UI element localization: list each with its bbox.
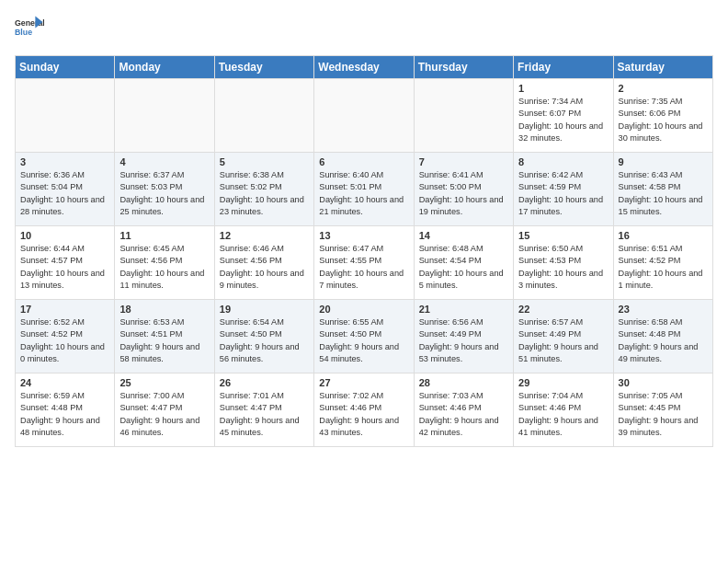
day-number: 29 — [518, 377, 608, 388]
week-row-3: 10Sunrise: 6:44 AMSunset: 4:57 PMDayligh… — [16, 226, 713, 300]
day-number: 18 — [119, 304, 209, 315]
page-header: General Blue — [15, 15, 713, 44]
calendar-cell: 28Sunrise: 7:03 AMSunset: 4:46 PMDayligh… — [414, 373, 513, 447]
day-info: Sunrise: 6:46 AMSunset: 4:56 PMDaylight:… — [220, 243, 309, 292]
calendar-cell: 8Sunrise: 6:42 AMSunset: 4:59 PMDaylight… — [514, 153, 613, 226]
calendar-cell: 25Sunrise: 7:00 AMSunset: 4:47 PMDayligh… — [115, 373, 214, 447]
weekday-header-saturday: Saturday — [613, 56, 712, 79]
calendar-cell: 27Sunrise: 7:02 AMSunset: 4:46 PMDayligh… — [314, 373, 414, 447]
day-info: Sunrise: 7:01 AMSunset: 4:47 PMDaylight:… — [220, 390, 309, 439]
day-info: Sunrise: 6:44 AMSunset: 4:57 PMDaylight:… — [20, 243, 109, 292]
day-info: Sunrise: 7:04 AMSunset: 4:46 PMDaylight:… — [518, 390, 608, 439]
calendar-cell: 18Sunrise: 6:53 AMSunset: 4:51 PMDayligh… — [115, 300, 214, 373]
day-number: 13 — [319, 230, 408, 241]
day-info: Sunrise: 6:53 AMSunset: 4:51 PMDaylight:… — [119, 316, 209, 365]
week-row-5: 24Sunrise: 6:59 AMSunset: 4:48 PMDayligh… — [16, 373, 713, 447]
day-info: Sunrise: 6:38 AMSunset: 5:02 PMDaylight:… — [220, 169, 309, 218]
calendar-cell: 21Sunrise: 6:56 AMSunset: 4:49 PMDayligh… — [414, 300, 513, 373]
week-row-2: 3Sunrise: 6:36 AMSunset: 5:04 PMDaylight… — [16, 153, 713, 226]
calendar-cell: 3Sunrise: 6:36 AMSunset: 5:04 PMDaylight… — [16, 153, 115, 226]
day-number: 5 — [220, 156, 309, 167]
day-number: 7 — [419, 156, 508, 167]
day-info: Sunrise: 6:59 AMSunset: 4:48 PMDaylight:… — [20, 390, 109, 439]
day-number: 16 — [619, 230, 708, 241]
calendar-cell: 20Sunrise: 6:55 AMSunset: 4:50 PMDayligh… — [314, 300, 414, 373]
calendar-cell: 16Sunrise: 6:51 AMSunset: 4:52 PMDayligh… — [613, 226, 712, 300]
day-number: 15 — [518, 230, 608, 241]
day-info: Sunrise: 6:50 AMSunset: 4:53 PMDaylight:… — [518, 243, 608, 292]
day-number: 2 — [619, 83, 708, 94]
calendar-cell: 19Sunrise: 6:54 AMSunset: 4:50 PMDayligh… — [214, 300, 313, 373]
day-info: Sunrise: 6:56 AMSunset: 4:49 PMDaylight:… — [419, 316, 508, 365]
week-row-1: 1Sunrise: 7:34 AMSunset: 6:07 PMDaylight… — [16, 79, 713, 153]
calendar-cell: 4Sunrise: 6:37 AMSunset: 5:03 PMDaylight… — [115, 153, 214, 226]
day-number: 17 — [20, 304, 109, 315]
calendar-cell: 5Sunrise: 6:38 AMSunset: 5:02 PMDaylight… — [214, 153, 313, 226]
calendar-cell: 26Sunrise: 7:01 AMSunset: 4:47 PMDayligh… — [214, 373, 313, 447]
calendar-cell: 11Sunrise: 6:45 AMSunset: 4:56 PMDayligh… — [115, 226, 214, 300]
calendar-cell: 22Sunrise: 6:57 AMSunset: 4:49 PMDayligh… — [514, 300, 613, 373]
day-info: Sunrise: 6:51 AMSunset: 4:52 PMDaylight:… — [619, 243, 708, 292]
day-number: 24 — [20, 377, 109, 388]
svg-text:Blue: Blue — [15, 28, 32, 37]
calendar-cell: 29Sunrise: 7:04 AMSunset: 4:46 PMDayligh… — [514, 373, 613, 447]
day-number: 10 — [20, 230, 109, 241]
calendar-cell: 1Sunrise: 7:34 AMSunset: 6:07 PMDaylight… — [514, 79, 613, 153]
day-info: Sunrise: 6:55 AMSunset: 4:50 PMDaylight:… — [319, 316, 408, 365]
day-info: Sunrise: 6:54 AMSunset: 4:50 PMDaylight:… — [220, 316, 309, 365]
logo: General Blue — [15, 15, 44, 44]
calendar-cell: 7Sunrise: 6:41 AMSunset: 5:00 PMDaylight… — [414, 153, 513, 226]
calendar-cell: 13Sunrise: 6:47 AMSunset: 4:55 PMDayligh… — [314, 226, 414, 300]
calendar-cell — [115, 79, 214, 153]
calendar-cell: 9Sunrise: 6:43 AMSunset: 4:58 PMDaylight… — [613, 153, 712, 226]
day-info: Sunrise: 6:40 AMSunset: 5:01 PMDaylight:… — [319, 169, 408, 218]
week-row-4: 17Sunrise: 6:52 AMSunset: 4:52 PMDayligh… — [16, 300, 713, 373]
calendar-cell: 15Sunrise: 6:50 AMSunset: 4:53 PMDayligh… — [514, 226, 613, 300]
weekday-header-sunday: Sunday — [16, 56, 115, 79]
day-info: Sunrise: 6:45 AMSunset: 4:56 PMDaylight:… — [119, 243, 209, 292]
day-number: 25 — [119, 377, 209, 388]
day-number: 11 — [119, 230, 209, 241]
day-info: Sunrise: 6:36 AMSunset: 5:04 PMDaylight:… — [20, 169, 109, 218]
calendar-table: SundayMondayTuesdayWednesdayThursdayFrid… — [15, 55, 713, 447]
calendar-cell: 17Sunrise: 6:52 AMSunset: 4:52 PMDayligh… — [16, 300, 115, 373]
day-info: Sunrise: 6:52 AMSunset: 4:52 PMDaylight:… — [20, 316, 109, 365]
day-info: Sunrise: 7:02 AMSunset: 4:46 PMDaylight:… — [319, 390, 408, 439]
day-number: 26 — [220, 377, 309, 388]
day-info: Sunrise: 6:48 AMSunset: 4:54 PMDaylight:… — [419, 243, 508, 292]
day-info: Sunrise: 7:00 AMSunset: 4:47 PMDaylight:… — [119, 390, 209, 439]
day-number: 30 — [619, 377, 708, 388]
day-info: Sunrise: 6:57 AMSunset: 4:49 PMDaylight:… — [518, 316, 608, 365]
day-info: Sunrise: 6:58 AMSunset: 4:48 PMDaylight:… — [619, 316, 708, 365]
day-number: 1 — [518, 83, 608, 94]
calendar-cell: 14Sunrise: 6:48 AMSunset: 4:54 PMDayligh… — [414, 226, 513, 300]
calendar-cell: 23Sunrise: 6:58 AMSunset: 4:48 PMDayligh… — [613, 300, 712, 373]
calendar-cell: 24Sunrise: 6:59 AMSunset: 4:48 PMDayligh… — [16, 373, 115, 447]
day-info: Sunrise: 6:43 AMSunset: 4:58 PMDaylight:… — [619, 169, 708, 218]
day-number: 23 — [619, 304, 708, 315]
day-number: 28 — [419, 377, 508, 388]
day-number: 19 — [220, 304, 309, 315]
day-info: Sunrise: 6:37 AMSunset: 5:03 PMDaylight:… — [119, 169, 209, 218]
calendar-cell: 12Sunrise: 6:46 AMSunset: 4:56 PMDayligh… — [214, 226, 313, 300]
day-info: Sunrise: 7:05 AMSunset: 4:45 PMDaylight:… — [619, 390, 708, 439]
day-info: Sunrise: 6:42 AMSunset: 4:59 PMDaylight:… — [518, 169, 608, 218]
calendar-cell — [16, 79, 115, 153]
day-number: 6 — [319, 156, 408, 167]
weekday-header-tuesday: Tuesday — [214, 56, 313, 79]
calendar-cell: 30Sunrise: 7:05 AMSunset: 4:45 PMDayligh… — [613, 373, 712, 447]
day-number: 21 — [419, 304, 508, 315]
day-info: Sunrise: 7:34 AMSunset: 6:07 PMDaylight:… — [518, 96, 608, 144]
day-number: 8 — [518, 156, 608, 167]
calendar-cell — [414, 79, 513, 153]
day-number: 12 — [220, 230, 309, 241]
weekday-header-friday: Friday — [514, 56, 613, 79]
day-info: Sunrise: 7:35 AMSunset: 6:06 PMDaylight:… — [619, 96, 708, 144]
day-number: 9 — [619, 156, 708, 167]
day-number: 3 — [20, 156, 109, 167]
calendar-cell: 2Sunrise: 7:35 AMSunset: 6:06 PMDaylight… — [613, 79, 712, 153]
weekday-header-monday: Monday — [115, 56, 214, 79]
logo-icon: General Blue — [15, 15, 44, 44]
day-number: 20 — [319, 304, 408, 315]
day-number: 14 — [419, 230, 508, 241]
